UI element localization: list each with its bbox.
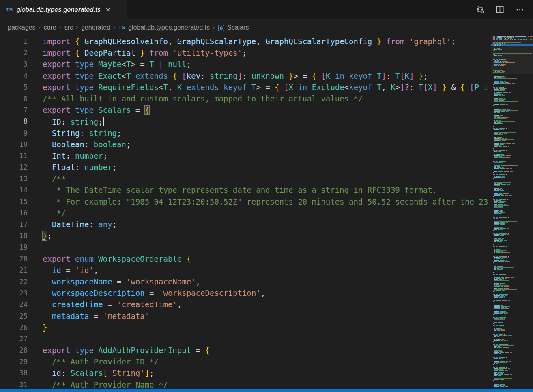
code-token [279,83,284,92]
line-number[interactable]: 6 [0,93,28,104]
minimap-line [494,379,505,380]
minimap[interactable] [491,36,533,390]
code-line[interactable]: 20export enum WorkspaceOrderable { [0,253,488,265]
code-line[interactable]: 5export type RequireFields<T, K extends … [0,82,488,93]
line-number[interactable]: 24 [0,299,28,310]
code-line[interactable]: 1import { GraphQLResolveInfo, GraphQLSca… [0,36,488,47]
minimap-line [493,272,494,273]
code-line[interactable]: 8 ID: string; [0,116,488,127]
line-number[interactable]: 22 [0,276,28,287]
line-number[interactable]: 2 [0,47,28,58]
code-line[interactable]: 27 [0,333,488,345]
code-line[interactable]: 28export type AddAuthProviderInput = { [0,345,488,356]
minimap-line [494,132,517,133]
code-token: [ [423,83,428,92]
line-number[interactable]: 18 [0,230,28,241]
minimap-line [494,223,506,224]
close-icon[interactable]: ✕ [105,6,111,13]
line-number[interactable]: 17 [0,219,28,230]
code-line[interactable]: 2import { DeepPartial } from 'utility-ty… [0,47,488,58]
code-line[interactable]: 13 /** [0,173,488,184]
split-editor-icon[interactable] [495,5,504,14]
line-number[interactable]: 21 [0,265,28,276]
code-token: AddAuthProviderInput [98,346,191,355]
line-number[interactable]: 10 [0,139,28,150]
minimap-line [494,235,505,236]
code-line[interactable]: 14 * The DateTime scalar type represents… [0,184,488,196]
minimap-line [494,239,503,240]
breadcrumb-src[interactable]: src [64,24,73,31]
code-line[interactable]: 19 [0,241,488,253]
code-line[interactable]: 12 Float: number; [0,162,488,173]
code-line[interactable]: 18}; [0,230,488,241]
code-line[interactable]: 16 */ [0,207,488,219]
more-actions-icon[interactable] [515,5,524,14]
code-line[interactable]: 26} [0,322,488,333]
status-bar[interactable] [0,389,533,392]
code-line[interactable]: 24 createdTime = 'createdTime', [0,299,488,310]
line-number[interactable]: 26 [0,322,28,333]
minimap-line [494,240,508,241]
code-line[interactable]: 29 /** Auth Provider ID */ [0,356,488,367]
breadcrumb-filename[interactable]: global.db.types.generated.ts [128,24,210,31]
code-line[interactable]: 23 workspaceDescription = 'workspaceDesc… [0,287,488,299]
minimap-line [494,125,501,125]
line-number[interactable]: 14 [0,184,28,196]
line-number[interactable]: 9 [0,127,28,139]
typescript-file-icon: TS [118,25,125,30]
code-line[interactable]: 3export type Maybe<T> = T | null; [0,58,488,70]
line-number[interactable]: 31 [0,379,28,390]
line-number[interactable]: 13 [0,173,28,184]
code-line[interactable]: 21 id = 'id', [0,265,488,276]
minimap-line [494,137,503,138]
code-line-content: Int: number; [43,150,107,162]
compare-changes-icon[interactable] [475,5,484,14]
breadcrumb-generated[interactable]: generated [81,24,110,31]
minimap-line [494,238,505,239]
line-number[interactable]: 15 [0,196,28,207]
code-line[interactable]: 11 Int: number; [0,150,488,162]
line-number[interactable]: 28 [0,345,28,356]
code-line[interactable]: 25 metadata = 'metadata' [0,310,488,322]
line-number[interactable]: 20 [0,253,28,265]
line-number[interactable]: 30 [0,367,28,379]
line-number[interactable]: 27 [0,333,28,345]
code-line[interactable]: 31 /** Auth Provider Name */ [0,379,488,390]
line-number[interactable]: 19 [0,241,28,253]
code-token: number [75,151,103,160]
minimap-line [493,317,508,318]
line-number[interactable]: 3 [0,58,28,70]
code-line[interactable]: 4export type Exact<T extends { [key: str… [0,70,488,82]
code-token: , [94,266,98,275]
code-token: = [191,346,205,355]
code-line[interactable]: 9 String: string; [0,127,488,139]
code-line[interactable]: 22 workspaceName = 'workspaceName', [0,276,488,287]
minimap-line [493,54,496,55]
code-token: id [52,266,61,275]
code-line[interactable]: 6/** All built-in and custom scalars, ma… [0,93,488,104]
line-number[interactable]: 16 [0,207,28,219]
tab-global-db-types[interactable]: TS global.db.types.generated.ts ✕ [0,0,127,19]
line-number[interactable]: 7 [0,104,28,116]
breadcrumb-packages[interactable]: packages [8,24,36,31]
code-token: keyof [349,71,372,80]
line-number[interactable]: 1 [0,36,28,47]
line-number[interactable]: 5 [0,82,28,93]
minimap-line [494,257,510,258]
code-line[interactable]: 15 * For example: "1985-04-12T23:20:50.5… [0,196,488,207]
breadcrumb-core[interactable]: core [44,24,56,31]
code-line[interactable]: 7export type Scalars = { [0,104,488,116]
line-number[interactable]: 12 [0,162,28,173]
line-number[interactable]: 25 [0,310,28,322]
code-line[interactable]: 17 DateTime: any; [0,219,488,230]
breadcrumb-symbol-scalars[interactable]: Scalars [227,24,249,31]
line-number[interactable]: 23 [0,287,28,299]
code-line[interactable]: 10 Boolean: boolean; [0,139,488,150]
line-number[interactable]: 4 [0,70,28,82]
code-editor[interactable]: 1import { GraphQLResolveInfo, GraphQLSca… [0,36,488,390]
line-number[interactable]: 29 [0,356,28,367]
line-number[interactable]: 8 [0,116,28,127]
code-token: from [149,48,168,57]
code-line[interactable]: 30 id: Scalars['String']; [0,367,488,379]
line-number[interactable]: 11 [0,150,28,162]
